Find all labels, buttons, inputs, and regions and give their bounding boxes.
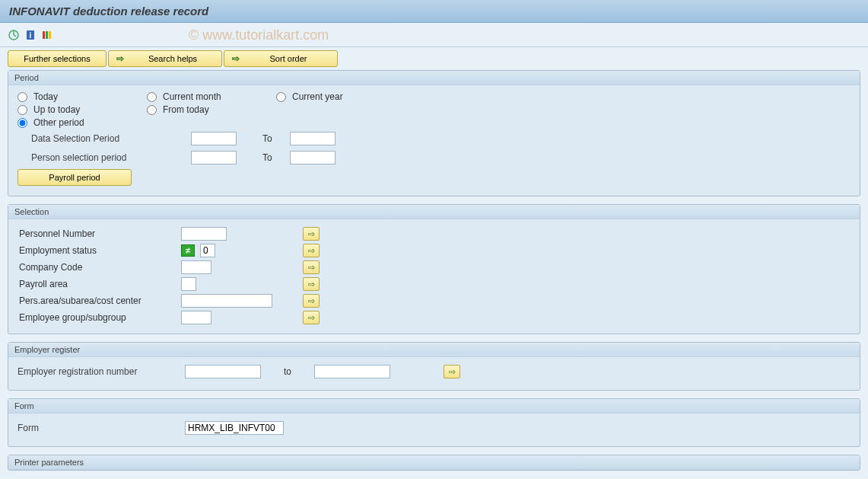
employer-reg-to-label: to: [261, 366, 314, 377]
radio-other-period-label[interactable]: Other period: [33, 117, 84, 128]
employer-reg-number-label: Employer registration number: [17, 366, 185, 377]
arrow-right-icon: ⇨: [308, 296, 315, 306]
selection-row-label: Company Code: [17, 262, 181, 273]
employer-register-title: Employer register: [8, 343, 860, 357]
selection-row: Pers.area/subarea/cost center⇨: [17, 292, 851, 309]
not-equal-icon[interactable]: ≠: [181, 244, 195, 257]
person-selection-period-label: Person selection period: [31, 152, 191, 163]
form-group: Form Form: [8, 398, 860, 447]
radio-other-period[interactable]: [17, 118, 27, 128]
selection-input[interactable]: [181, 260, 211, 274]
selection-row-label: Payroll area: [17, 279, 181, 289]
svg-rect-6: [46, 31, 48, 39]
to-label-2: To: [237, 152, 290, 163]
further-selections-label: Further selections: [24, 54, 90, 63]
info-icon[interactable]: i: [24, 29, 37, 41]
execute-icon[interactable]: [8, 29, 20, 41]
selection-row: Personnel Number⇨: [17, 225, 851, 242]
layout-icon[interactable]: [41, 29, 53, 41]
form-group-title: Form: [8, 399, 860, 414]
selection-row-label: Employment status: [17, 245, 181, 256]
radio-up-to-today-label[interactable]: Up to today: [33, 104, 80, 115]
sort-order-label: Sort order: [247, 54, 329, 63]
arrow-right-icon: ⇨: [232, 53, 240, 64]
person-selection-from-input[interactable]: [191, 151, 237, 164]
selection-input[interactable]: [181, 294, 272, 308]
icon-toolbar: i: [0, 23, 868, 47]
person-selection-to-input[interactable]: [290, 151, 335, 164]
svg-line-2: [14, 35, 16, 37]
radio-current-month-label[interactable]: Current month: [163, 91, 221, 102]
form-input[interactable]: [185, 421, 284, 435]
arrow-right-icon: ⇨: [308, 279, 315, 289]
radio-up-to-today[interactable]: [17, 105, 27, 115]
period-group-title: Period: [8, 71, 860, 85]
employer-register-group: Employer register Employer registration …: [8, 342, 860, 391]
data-selection-from-input[interactable]: [191, 132, 237, 145]
employer-reg-to-input[interactable]: [314, 365, 390, 378]
multiselect-button[interactable]: ⇨: [303, 311, 320, 324]
radio-current-year-label[interactable]: Current year: [292, 91, 343, 102]
radio-current-year[interactable]: [276, 92, 286, 102]
multiselect-button[interactable]: ⇨: [303, 244, 320, 257]
search-helps-label: Search helps: [132, 54, 214, 63]
printer-parameters-group: Printer parameters: [8, 455, 860, 471]
radio-from-today[interactable]: [147, 105, 157, 115]
arrow-right-icon: ⇨: [449, 367, 456, 377]
selection-input-wrap: [181, 227, 295, 241]
multiselect-button[interactable]: ⇨: [303, 260, 320, 274]
svg-text:i: i: [30, 31, 32, 40]
employer-reg-multiselect-button[interactable]: ⇨: [444, 365, 460, 378]
selection-input[interactable]: [181, 311, 211, 324]
selection-input-wrap: [181, 311, 295, 324]
arrow-right-icon: ⇨: [308, 229, 315, 239]
radio-today-label[interactable]: Today: [33, 91, 58, 102]
arrow-right-icon: ⇨: [116, 53, 124, 64]
selection-input-wrap: ≠: [181, 244, 295, 257]
employer-reg-from-input[interactable]: [185, 365, 261, 378]
printer-parameters-title: Printer parameters: [8, 455, 860, 470]
payroll-period-label: Payroll period: [49, 173, 100, 182]
svg-rect-5: [43, 31, 45, 39]
radio-from-today-label[interactable]: From today: [163, 104, 209, 115]
selection-input[interactable]: [181, 277, 196, 291]
arrow-right-icon: ⇨: [308, 263, 315, 273]
further-selections-button[interactable]: Further selections: [8, 50, 107, 67]
sort-order-button[interactable]: ⇨ Sort order: [224, 50, 338, 67]
selection-group-title: Selection: [8, 205, 860, 219]
selection-row: Employee group/subgroup⇨: [17, 309, 851, 326]
selection-row-label: Employee group/subgroup: [17, 312, 181, 323]
content-area: Further selections ⇨ Search helps ⇨ Sort…: [0, 47, 868, 478]
search-helps-button[interactable]: ⇨ Search helps: [108, 50, 222, 67]
selection-input-wrap: [181, 294, 295, 308]
multiselect-button[interactable]: ⇨: [303, 227, 320, 241]
selection-row: Company Code⇨: [17, 259, 851, 276]
multiselect-button[interactable]: ⇨: [303, 294, 320, 308]
selection-input-wrap: [181, 277, 295, 291]
selection-input[interactable]: [181, 227, 227, 241]
radio-current-month[interactable]: [147, 92, 157, 102]
selection-buttons-row: Further selections ⇨ Search helps ⇨ Sort…: [8, 50, 860, 67]
selection-group: Selection Personnel Number⇨Employment st…: [8, 204, 860, 334]
page-title: INFONAVIT deduction release record: [0, 0, 868, 23]
arrow-right-icon: ⇨: [308, 246, 315, 256]
selection-row-label: Pers.area/subarea/cost center: [17, 295, 181, 306]
selection-row-label: Personnel Number: [17, 228, 181, 239]
to-label-1: To: [237, 133, 290, 144]
payroll-period-button[interactable]: Payroll period: [17, 169, 132, 186]
selection-input-wrap: [181, 260, 295, 274]
multiselect-button[interactable]: ⇨: [303, 277, 320, 291]
selection-row: Payroll area⇨: [17, 276, 851, 292]
arrow-right-icon: ⇨: [308, 313, 315, 323]
data-selection-period-label: Data Selection Period: [31, 133, 191, 144]
data-selection-to-input[interactable]: [290, 132, 335, 145]
selection-row: Employment status≠⇨: [17, 242, 851, 259]
radio-today[interactable]: [17, 92, 27, 102]
form-label: Form: [17, 423, 185, 433]
selection-input[interactable]: [200, 244, 215, 257]
svg-rect-7: [49, 31, 51, 39]
period-group: Period Today Current month Current year: [8, 70, 860, 196]
